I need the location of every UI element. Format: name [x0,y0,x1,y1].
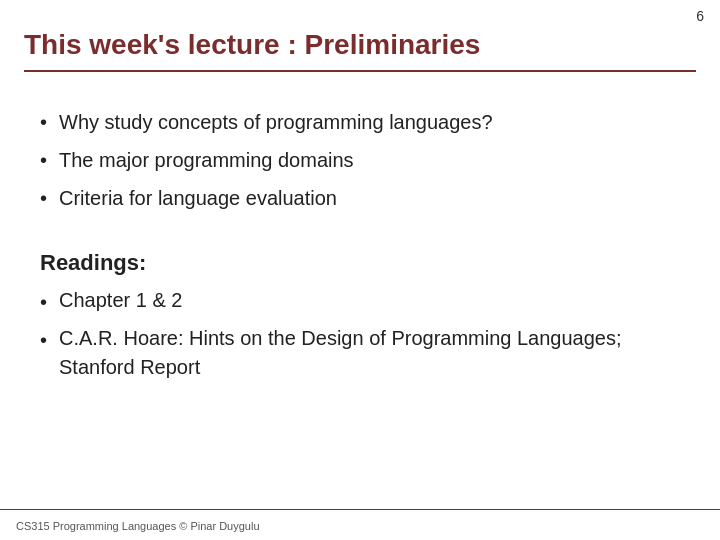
list-item-text: Chapter 1 & 2 [59,286,182,315]
footer-section: CS315 Programming Languages © Pinar Duyg… [0,509,720,540]
list-item-text: Why study concepts of programming langua… [59,106,493,138]
list-item: C.A.R. Hoare: Hints on the Design of Pro… [40,324,680,382]
readings-section: Readings: Chapter 1 & 2 C.A.R. Hoare: Hi… [0,230,720,398]
footer-text: CS315 Programming Languages © Pinar Duyg… [16,520,260,532]
list-item-text: C.A.R. Hoare: Hints on the Design of Pro… [59,324,680,382]
readings-label: Readings: [40,250,680,276]
title-section: This week's lecture : Preliminaries [0,0,720,82]
list-item-text: Criteria for language evaluation [59,182,337,214]
content-section: Why study concepts of programming langua… [0,82,720,230]
readings-list: Chapter 1 & 2 C.A.R. Hoare: Hints on the… [40,286,680,382]
list-item-text: The major programming domains [59,144,354,176]
bullet-list: Why study concepts of programming langua… [40,106,680,214]
list-item: Criteria for language evaluation [40,182,680,214]
slide-number: 6 [696,8,704,24]
list-item: The major programming domains [40,144,680,176]
list-item: Why study concepts of programming langua… [40,106,680,138]
slide-container: 6 This week's lecture : Preliminaries Wh… [0,0,720,540]
list-item: Chapter 1 & 2 [40,286,680,318]
slide-title: This week's lecture : Preliminaries [24,28,696,72]
